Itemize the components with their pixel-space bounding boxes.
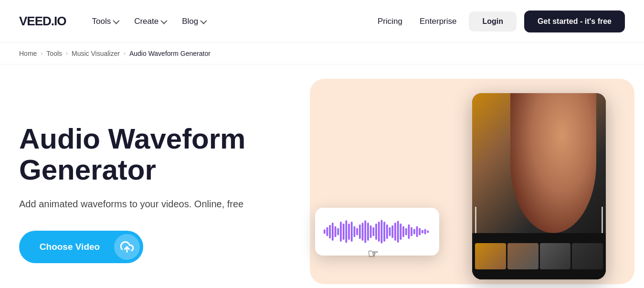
hero-left: Audio Waveform Generator Add animated wa…: [19, 124, 267, 264]
timeline-end-marker: [602, 207, 603, 233]
breadcrumb-current: Audio Waveform Generator: [129, 50, 211, 57]
breadcrumb-music-visualizer[interactable]: Music Visualizer: [72, 50, 120, 57]
svg-rect-28: [397, 221, 399, 243]
svg-rect-9: [346, 220, 348, 243]
breadcrumb-home[interactable]: Home: [19, 50, 37, 57]
blog-chevron-icon: [201, 17, 207, 24]
breadcrumb: Home › Tools › Music Visualizer › Audio …: [0, 43, 644, 64]
timeline-thumb-3: [540, 243, 571, 269]
svg-rect-8: [343, 224, 345, 240]
svg-rect-36: [419, 228, 421, 235]
svg-rect-21: [378, 222, 380, 242]
breadcrumb-tools[interactable]: Tools: [46, 50, 62, 57]
phone-video-frame: [472, 93, 606, 233]
nav-blog[interactable]: Blog: [175, 13, 212, 30]
svg-rect-15: [362, 223, 364, 241]
svg-rect-12: [354, 226, 356, 237]
svg-rect-20: [375, 224, 377, 240]
svg-rect-38: [424, 229, 426, 234]
get-started-button[interactable]: Get started - it's free: [524, 11, 625, 32]
hero-phone-mockup: [472, 93, 606, 279]
svg-rect-19: [373, 227, 375, 236]
svg-rect-35: [416, 226, 418, 237]
timeline-thumb-1: [475, 243, 506, 269]
timeline-thumb-2: [507, 243, 538, 269]
svg-rect-31: [405, 228, 407, 235]
nav-create-label: Create: [134, 17, 158, 26]
svg-rect-33: [411, 227, 412, 236]
hero-right: ☞: [286, 93, 625, 288]
svg-rect-34: [413, 229, 415, 234]
svg-rect-7: [340, 222, 342, 242]
svg-rect-37: [422, 230, 423, 234]
svg-rect-6: [337, 228, 339, 235]
enterprise-link[interactable]: Enterprise: [415, 13, 461, 30]
waveform-svg: [323, 217, 432, 246]
svg-rect-3: [329, 225, 331, 239]
nav-left: Tools Create Blog: [85, 13, 212, 30]
svg-rect-5: [335, 226, 337, 237]
phone-timeline: [472, 233, 606, 280]
nav-blog-label: Blog: [182, 17, 198, 26]
breadcrumb-sep-1: ›: [41, 50, 42, 57]
login-button[interactable]: Login: [469, 11, 517, 32]
logo[interactable]: VEED.IO: [19, 14, 66, 29]
create-chevron-icon: [161, 17, 168, 24]
svg-rect-10: [348, 224, 350, 240]
svg-rect-14: [359, 224, 361, 239]
nav-tools[interactable]: Tools: [85, 13, 125, 30]
upload-icon: [114, 234, 140, 260]
nav-right: Pricing Enterprise Login Get started - i…: [373, 11, 625, 32]
timeline-thumb-4: [572, 243, 603, 269]
svg-rect-39: [427, 230, 429, 233]
svg-rect-4: [332, 223, 334, 241]
choose-video-label: Choose Video: [19, 242, 111, 252]
breadcrumb-sep-2: ›: [66, 50, 68, 57]
pricing-link[interactable]: Pricing: [373, 13, 407, 30]
svg-rect-22: [381, 220, 383, 243]
choose-video-button[interactable]: Choose Video: [19, 231, 143, 263]
nav-tools-label: Tools: [92, 17, 111, 26]
hero-title: Audio Waveform Generator: [19, 124, 267, 186]
svg-rect-26: [391, 225, 393, 238]
timeline-start-marker: [475, 207, 476, 233]
svg-rect-25: [389, 227, 391, 236]
svg-rect-11: [351, 222, 353, 242]
svg-rect-24: [386, 224, 388, 239]
svg-rect-23: [383, 222, 385, 242]
svg-rect-29: [400, 224, 402, 240]
cursor-hand-icon: ☞: [368, 246, 379, 261]
svg-rect-17: [367, 223, 369, 241]
svg-rect-30: [402, 226, 404, 237]
tools-chevron-icon: [113, 17, 120, 24]
breadcrumb-sep-3: ›: [124, 50, 126, 57]
svg-rect-27: [394, 223, 396, 241]
svg-rect-18: [370, 225, 372, 238]
header: VEED.IO Tools Create Blog Pricing Enterp…: [0, 0, 644, 43]
hero-section: Audio Waveform Generator Add animated wa…: [0, 64, 644, 288]
svg-rect-16: [364, 220, 366, 243]
svg-rect-32: [408, 224, 410, 239]
hero-subtitle: Add animated waveforms to your videos. O…: [19, 199, 267, 210]
svg-rect-1: [324, 229, 326, 234]
svg-rect-2: [327, 227, 328, 236]
svg-rect-13: [356, 228, 358, 235]
nav-create[interactable]: Create: [127, 13, 172, 30]
